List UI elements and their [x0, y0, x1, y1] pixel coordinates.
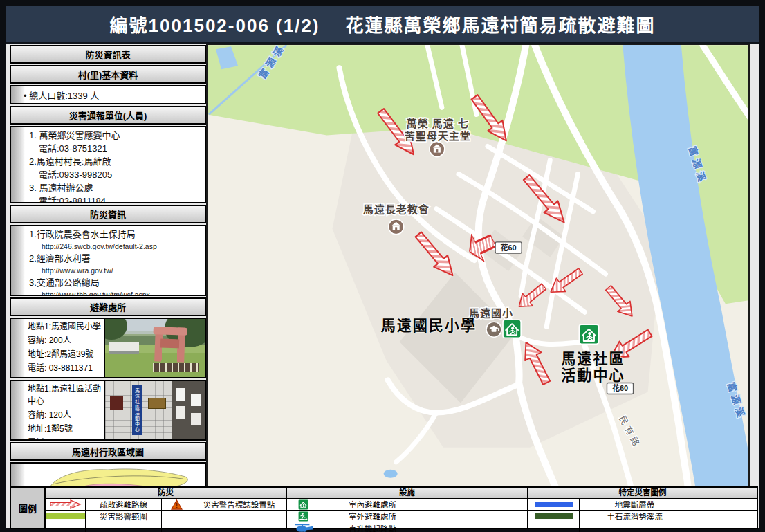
- shelter-info: 地點1:馬遠社區活動中心 容納: 120人 地址:1鄰5號 電話: 03-881…: [11, 381, 105, 439]
- shelter-phone: 電話: 03-8811184: [11, 435, 104, 441]
- helipad-icon: [287, 522, 320, 532]
- photo-building: [109, 342, 139, 354]
- header-contacts-label: 災害通報單位(人員): [69, 111, 147, 121]
- population-box: • 總人口數:1339 人: [10, 85, 206, 104]
- contact-line: 1. 萬榮鄉災害應變中心: [11, 129, 205, 142]
- photo-school-gate: [154, 327, 185, 363]
- sidebar-header-main: 防災資訊表: [10, 45, 206, 64]
- warning-sign-icon: [162, 499, 192, 510]
- shelter-capacity: 容納: 120人: [11, 407, 104, 421]
- debris-flow-swatch: [528, 511, 580, 522]
- catholic-church-icon: [430, 142, 445, 157]
- evacuation-route-icon: [46, 499, 86, 510]
- svg-text:花60: 花60: [500, 243, 516, 252]
- empty-cell: [162, 522, 192, 532]
- catholic-church-label: 苦聖母天主堂: [405, 130, 471, 142]
- title-bar: 編號1001502-006 (1/2) 花蓮縣萬榮鄉馬遠村簡易疏散避難圖: [6, 6, 759, 44]
- evacuation-map: 花60 花60 萬榮 馬遠 七 苦聖母天主堂 馬遠長老教會 馬遠國小 馬遠國民小…: [206, 44, 750, 489]
- header-shelters-label: 避難處所: [90, 302, 126, 313]
- small-pond: [384, 470, 398, 478]
- sidebar-header-contacts: 災害通報單位(人員): [10, 106, 206, 125]
- legend-title: 圖例: [11, 488, 46, 528]
- contact-line: 電話:03-8811184: [11, 194, 205, 203]
- contact-line: 電話:03-8751321: [11, 142, 205, 155]
- empty-cell: [425, 522, 527, 532]
- legend-group-header: 防災: [46, 488, 286, 499]
- photo-sign-text: 馬遠社區活動中心: [135, 388, 140, 432]
- sidebar-header-basic-info: 村(里)基本資料: [10, 65, 206, 84]
- agency-name: 3.交通部公路總局: [11, 276, 205, 289]
- empty-cell: [46, 522, 86, 532]
- empty-cell: [690, 499, 757, 510]
- school-poi-icon: [486, 322, 501, 337]
- legend-label: 災害警告標誌設置點: [192, 499, 286, 510]
- agency-link[interactable]: http://246.swcb.gov.tw/default-2.asp: [11, 241, 205, 252]
- legend-group-prevention: 防災 疏散避難路線 災害警告標誌設置點: [46, 488, 287, 528]
- school-annotation: 馬遠國民小學: [381, 317, 477, 334]
- info-box: 1.行政院農委會水土保持局 http://246.swcb.gov.tw/def…: [10, 225, 206, 296]
- legend-group-header: 特定災害圖例: [528, 488, 757, 499]
- route-sign-hua60: 花60: [495, 242, 522, 253]
- agency-link[interactable]: http://www.thb.gov.tw/tm/wcf.aspx: [11, 289, 205, 296]
- photo-door: [172, 381, 205, 439]
- shelter-photo-school: [105, 319, 205, 377]
- empty-cell: [192, 511, 286, 522]
- impact-area-swatch: [46, 511, 86, 522]
- shelter-info: 地點1:馬遠國民小學 容納: 200人 地址:2鄰馬遠39號 電話: 03-88…: [11, 319, 105, 377]
- indoor-shelter-icon: [287, 499, 320, 510]
- sidebar: 防災資訊表 村(里)基本資料 • 總人口數:1339 人 災害通報單位(人員) …: [10, 45, 206, 485]
- header-main-label: 防災資訊表: [85, 50, 130, 60]
- photo-plaque: [148, 398, 166, 409]
- legend-label: 直升機起降點: [320, 522, 425, 532]
- photo-sign: 馬遠社區活動中心: [132, 385, 142, 435]
- page-title: 編號1001502-006 (1/2) 花蓮縣萬榮鄉馬遠村簡易疏散避難圖: [110, 11, 656, 37]
- shelter-location: 地點1:馬遠社區活動中心: [11, 381, 104, 407]
- empty-cell: [690, 522, 757, 532]
- contacts-box: 1. 萬榮鄉災害應變中心 電話:03-8751321 2.馬遠村村長:馬維啟 電…: [10, 126, 206, 203]
- shelter-phone: 電話: 03-8811371: [11, 360, 104, 374]
- sidebar-header-info: 防災資訊: [10, 205, 206, 223]
- route-sign-hua60: 花60: [607, 383, 633, 394]
- empty-cell: [162, 511, 192, 522]
- agency-name: 1.行政院農委會水土保持局: [11, 228, 205, 241]
- shelter-card-school: 地點1:馬遠國民小學 容納: 200人 地址:2鄰馬遠39號 電話: 03-88…: [10, 318, 206, 378]
- empty-cell: [192, 522, 286, 532]
- sidebar-header-district-map: 馬遠村行政區域圖: [10, 442, 206, 461]
- legend-label: 疏散避難路線: [86, 499, 162, 510]
- population-text: • 總人口數:1339 人: [11, 86, 205, 104]
- legend-label: 室內避難處所: [320, 499, 425, 510]
- shelter-location: 地點1:馬遠國民小學: [11, 319, 104, 333]
- empty-cell: [425, 511, 527, 522]
- shelter-capacity: 容納: 200人: [11, 333, 104, 347]
- legend-bar: 圖例 防災 疏散避難路線: [10, 486, 758, 529]
- map-canvas: 花60 花60 萬榮 馬遠 七 苦聖母天主堂 馬遠長老教會 馬遠國小 馬遠國民小…: [208, 45, 748, 488]
- empty-cell: [528, 522, 580, 532]
- contact-line: 電話:0933-998205: [11, 168, 205, 181]
- legend-group-hazards: 特定災害圖例 地震斷層帶 土石流潛勢溪流: [528, 488, 757, 528]
- empty-cell: [580, 522, 690, 532]
- presbyterian-church-icon: [389, 219, 404, 235]
- page: 編號1001502-006 (1/2) 花蓮縣萬榮鄉馬遠村簡易疏散避難圖 防災資…: [6, 6, 759, 528]
- window-frame: 編號1001502-006 (1/2) 花蓮縣萬榮鄉馬遠村簡易疏散避難圖 防災資…: [0, 0, 765, 532]
- legend-label: 地震斷層帶: [580, 499, 690, 510]
- header-district-label: 馬遠村行政區域圖: [72, 447, 144, 457]
- contact-line: 2.馬遠村村長:馬維啟: [11, 155, 205, 168]
- svg-text:花60: 花60: [612, 383, 628, 392]
- legend-table: 防災 疏散避難路線 災害警告標誌設置點: [46, 488, 757, 528]
- catholic-church-label: 萬榮 馬遠 七: [407, 118, 469, 129]
- sidebar-header-shelters: 避難處所: [10, 297, 206, 316]
- legend-group-facilities: 設施 室內避難處所 室外避難處所: [287, 488, 528, 528]
- legend-group-header: 設施: [287, 488, 527, 499]
- legend-label: 室外避難處所: [320, 511, 425, 522]
- empty-cell: [690, 511, 757, 522]
- photo-mailbox: [110, 396, 123, 410]
- photo-fence: [153, 363, 199, 372]
- agency-link[interactable]: http://www.wra.gov.tw/: [11, 265, 205, 276]
- fault-zone-swatch: [528, 499, 580, 510]
- shelter-card-community: 地點1:馬遠社區活動中心 容納: 120人 地址:1鄰5號 電話: 03-881…: [10, 380, 206, 441]
- photo-tree: [105, 319, 127, 340]
- shelter-address: 地址:2鄰馬遠39號: [11, 347, 104, 360]
- indoor-shelter-icon: [579, 324, 598, 344]
- shelter-photo-community: 馬遠社區活動中心: [105, 381, 205, 439]
- empty-cell: [425, 499, 527, 510]
